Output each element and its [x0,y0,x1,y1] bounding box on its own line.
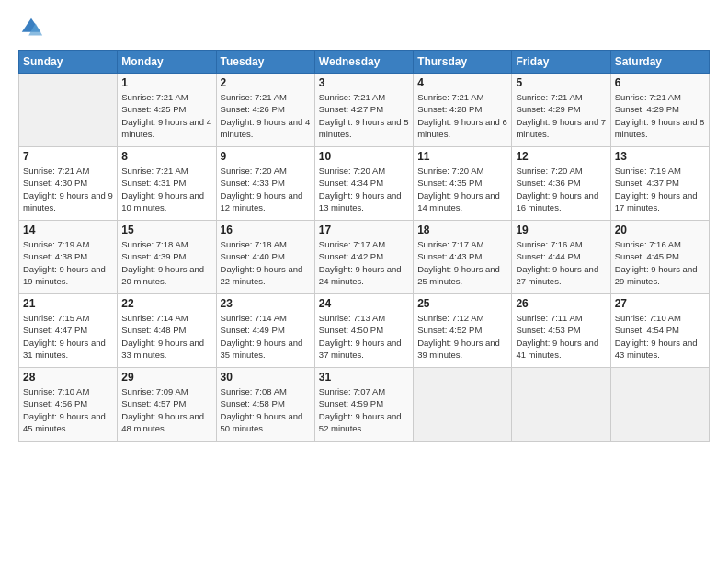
day-number: 1 [121,76,211,89]
day-number: 11 [417,150,507,163]
day-number: 20 [615,224,705,236]
day-info: Sunrise: 7:21 AMSunset: 4:31 PMDaylight:… [121,165,211,213]
day-cell: 26Sunrise: 7:11 AMSunset: 4:53 PMDayligh… [512,294,610,368]
day-number: 15 [121,224,211,236]
day-number: 8 [121,150,211,163]
day-cell: 22Sunrise: 7:14 AMSunset: 4:48 PMDayligh… [118,294,216,368]
day-info: Sunrise: 7:19 AMSunset: 4:38 PMDaylight:… [23,238,113,287]
day-number: 29 [121,371,211,384]
day-cell: 15Sunrise: 7:18 AMSunset: 4:39 PMDayligh… [118,221,216,294]
logo [18,15,48,40]
day-cell: 17Sunrise: 7:17 AMSunset: 4:42 PMDayligh… [314,221,413,294]
day-number: 2 [221,76,311,89]
header-cell-saturday: Saturday [610,51,709,74]
day-info: Sunrise: 7:21 AMSunset: 4:26 PMDaylight:… [221,91,311,140]
day-number: 4 [417,76,507,89]
day-cell: 1Sunrise: 7:21 AMSunset: 4:25 PMDaylight… [118,74,216,147]
day-number: 10 [319,150,409,163]
day-cell: 7Sunrise: 7:21 AMSunset: 4:30 PMDaylight… [19,147,118,221]
day-info: Sunrise: 7:17 AMSunset: 4:43 PMDaylight:… [417,238,507,287]
day-cell: 3Sunrise: 7:21 AMSunset: 4:27 PMDaylight… [314,74,413,147]
calendar-table: SundayMondayTuesdayWednesdayThursdayFrid… [18,50,710,442]
header-cell-sunday: Sunday [19,51,118,74]
day-cell: 24Sunrise: 7:13 AMSunset: 4:50 PMDayligh… [314,294,413,368]
day-number: 12 [516,150,606,163]
day-cell: 14Sunrise: 7:19 AMSunset: 4:38 PMDayligh… [19,221,118,294]
day-number: 28 [23,371,113,384]
day-number: 5 [516,76,606,89]
day-cell: 18Sunrise: 7:17 AMSunset: 4:43 PMDayligh… [414,221,512,294]
day-info: Sunrise: 7:21 AMSunset: 4:29 PMDaylight:… [516,91,606,140]
day-number: 7 [23,150,113,163]
day-cell: 11Sunrise: 7:20 AMSunset: 4:35 PMDayligh… [414,147,512,221]
header-cell-wednesday: Wednesday [314,51,413,74]
day-info: Sunrise: 7:09 AMSunset: 4:57 PMDaylight:… [121,385,211,434]
week-row-5: 28Sunrise: 7:10 AMSunset: 4:56 PMDayligh… [19,368,710,442]
day-info: Sunrise: 7:21 AMSunset: 4:29 PMDaylight:… [615,91,705,140]
day-number: 21 [23,297,113,310]
day-info: Sunrise: 7:14 AMSunset: 4:48 PMDaylight:… [121,312,211,361]
day-cell: 28Sunrise: 7:10 AMSunset: 4:56 PMDayligh… [19,368,118,442]
day-info: Sunrise: 7:10 AMSunset: 4:54 PMDaylight:… [615,312,705,361]
day-number: 18 [417,224,507,236]
day-info: Sunrise: 7:20 AMSunset: 4:33 PMDaylight:… [221,165,311,213]
day-number: 9 [221,150,311,163]
day-info: Sunrise: 7:17 AMSunset: 4:42 PMDaylight:… [319,238,409,287]
day-number: 24 [319,297,409,310]
header-cell-monday: Monday [118,51,216,74]
day-number: 23 [221,297,311,310]
day-number: 19 [516,224,606,236]
day-info: Sunrise: 7:18 AMSunset: 4:40 PMDaylight:… [221,238,311,287]
day-info: Sunrise: 7:20 AMSunset: 4:36 PMDaylight:… [516,165,606,213]
day-cell: 10Sunrise: 7:20 AMSunset: 4:34 PMDayligh… [314,147,413,221]
day-info: Sunrise: 7:12 AMSunset: 4:52 PMDaylight:… [417,312,507,361]
day-info: Sunrise: 7:16 AMSunset: 4:44 PMDaylight:… [516,238,606,287]
day-number: 14 [23,224,113,236]
logo-icon [18,15,44,40]
day-cell: 8Sunrise: 7:21 AMSunset: 4:31 PMDaylight… [118,147,216,221]
week-row-2: 7Sunrise: 7:21 AMSunset: 4:30 PMDaylight… [19,147,710,221]
day-cell [19,74,118,147]
day-number: 31 [319,371,409,384]
day-cell: 9Sunrise: 7:20 AMSunset: 4:33 PMDaylight… [216,147,314,221]
day-cell [610,368,709,442]
day-info: Sunrise: 7:21 AMSunset: 4:27 PMDaylight:… [319,91,409,140]
day-info: Sunrise: 7:15 AMSunset: 4:47 PMDaylight:… [23,312,113,361]
day-info: Sunrise: 7:20 AMSunset: 4:34 PMDaylight:… [319,165,409,213]
day-cell: 23Sunrise: 7:14 AMSunset: 4:49 PMDayligh… [216,294,314,368]
day-cell: 12Sunrise: 7:20 AMSunset: 4:36 PMDayligh… [512,147,610,221]
day-info: Sunrise: 7:21 AMSunset: 4:28 PMDaylight:… [417,91,507,140]
day-number: 6 [615,76,705,89]
day-cell: 31Sunrise: 7:07 AMSunset: 4:59 PMDayligh… [314,368,413,442]
day-cell: 21Sunrise: 7:15 AMSunset: 4:47 PMDayligh… [19,294,118,368]
day-cell: 16Sunrise: 7:18 AMSunset: 4:40 PMDayligh… [216,221,314,294]
week-row-1: 1Sunrise: 7:21 AMSunset: 4:25 PMDaylight… [19,74,710,147]
day-cell: 25Sunrise: 7:12 AMSunset: 4:52 PMDayligh… [414,294,512,368]
day-info: Sunrise: 7:21 AMSunset: 4:25 PMDaylight:… [121,91,211,140]
day-cell: 2Sunrise: 7:21 AMSunset: 4:26 PMDaylight… [216,74,314,147]
day-number: 26 [516,297,606,310]
day-number: 17 [319,224,409,236]
day-cell [512,368,610,442]
day-info: Sunrise: 7:14 AMSunset: 4:49 PMDaylight:… [221,312,311,361]
day-number: 13 [615,150,705,163]
day-cell: 13Sunrise: 7:19 AMSunset: 4:37 PMDayligh… [610,147,709,221]
day-cell: 29Sunrise: 7:09 AMSunset: 4:57 PMDayligh… [118,368,216,442]
day-number: 27 [615,297,705,310]
day-info: Sunrise: 7:10 AMSunset: 4:56 PMDaylight:… [23,385,113,434]
week-row-4: 21Sunrise: 7:15 AMSunset: 4:47 PMDayligh… [19,294,710,368]
header-cell-tuesday: Tuesday [216,51,314,74]
day-number: 30 [221,371,311,384]
day-cell: 20Sunrise: 7:16 AMSunset: 4:45 PMDayligh… [610,221,709,294]
day-cell: 30Sunrise: 7:08 AMSunset: 4:58 PMDayligh… [216,368,314,442]
day-cell: 5Sunrise: 7:21 AMSunset: 4:29 PMDaylight… [512,74,610,147]
day-number: 22 [121,297,211,310]
day-info: Sunrise: 7:20 AMSunset: 4:35 PMDaylight:… [417,165,507,213]
day-info: Sunrise: 7:19 AMSunset: 4:37 PMDaylight:… [615,165,705,213]
day-cell: 4Sunrise: 7:21 AMSunset: 4:28 PMDaylight… [414,74,512,147]
day-number: 25 [417,297,507,310]
header-cell-thursday: Thursday [414,51,512,74]
day-number: 3 [319,76,409,89]
header-cell-friday: Friday [512,51,610,74]
day-cell: 6Sunrise: 7:21 AMSunset: 4:29 PMDaylight… [610,74,709,147]
